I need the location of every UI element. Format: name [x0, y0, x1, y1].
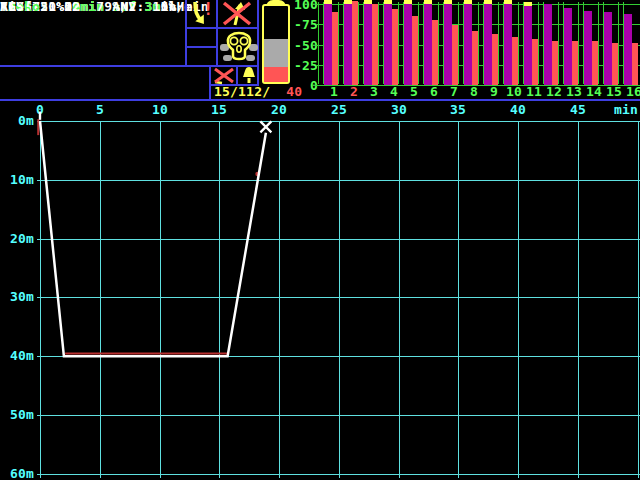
dive-simulator-screen: Zeit: 19min / 3min Tiefe: 2m VGZ: 59min … — [0, 0, 640, 480]
dive-profile-line-layer — [0, 0, 640, 480]
dive-profile-line — [40, 121, 266, 356]
current-position-marker — [260, 121, 271, 132]
